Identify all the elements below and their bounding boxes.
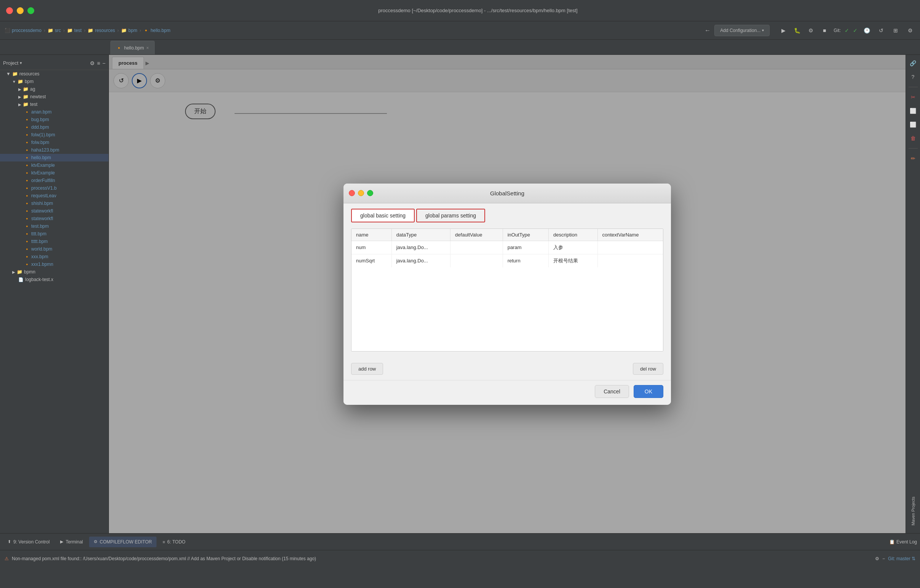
tree-item-ttttt[interactable]: 🔸 ttttt.bpm bbox=[0, 238, 109, 245]
tree-item-state1[interactable]: 🔸 stateworkfl bbox=[0, 207, 109, 215]
navigate-back-icon[interactable]: ← bbox=[705, 27, 711, 34]
bottom-tab-cf-label: COMPILEFLOW EDITOR bbox=[100, 539, 152, 544]
tree-item-request[interactable]: 🔸 requestLeav bbox=[0, 192, 109, 199]
cancel-button[interactable]: Cancel bbox=[595, 385, 629, 398]
tree-arrow-bpmn: ▶ bbox=[12, 270, 15, 274]
bottom-tab-todo[interactable]: ≡ 6: TODO bbox=[158, 536, 190, 547]
git-undo-button[interactable]: ↺ bbox=[876, 25, 886, 36]
minimize-button[interactable] bbox=[17, 7, 24, 14]
tree-item-logback[interactable]: 📄 logback-test.x bbox=[0, 276, 109, 283]
project-sort-icon[interactable]: ≡ bbox=[97, 60, 100, 66]
maven-projects-label[interactable]: Maven Projects bbox=[911, 492, 915, 530]
run-button[interactable]: ▶ bbox=[778, 25, 789, 36]
breadcrumb-item-test[interactable]: 📁 test bbox=[67, 28, 81, 33]
tree-item-bpm[interactable]: ▼ 📁 bpm bbox=[0, 78, 109, 85]
col-datatype: dataType bbox=[392, 229, 450, 241]
close-button[interactable] bbox=[6, 7, 13, 14]
bottom-tab-version-control[interactable]: ⬆ 9: Version Control bbox=[3, 536, 54, 547]
breadcrumb-item-hello[interactable]: 🔸 hello.bpm bbox=[143, 28, 170, 33]
tree-item-test[interactable]: ▶ 📁 test bbox=[0, 100, 109, 108]
event-log-button[interactable]: 📋 Event Log bbox=[889, 539, 917, 544]
bottom-tab-terminal[interactable]: ▶ Terminal bbox=[56, 536, 87, 547]
tab-label: hello.bpm bbox=[124, 45, 144, 51]
file-badge-bug: 🔸 bbox=[24, 117, 30, 122]
tab-close-button[interactable]: × bbox=[146, 45, 149, 51]
tree-item-bpmn[interactable]: ▶ 📁 bpmn bbox=[0, 268, 109, 276]
project-settings-icon[interactable]: ⚙ bbox=[90, 60, 95, 66]
settings-button[interactable]: ⚙ bbox=[905, 25, 915, 36]
tree-item-resources[interactable]: ▼ 📁 resources bbox=[0, 70, 109, 78]
coverage-button[interactable]: ⚙ bbox=[805, 25, 816, 36]
title-bar: proccessdemo [~/Desktop/code/proccessdem… bbox=[0, 0, 920, 21]
right-panel-paste-icon[interactable]: ⬜ bbox=[908, 119, 918, 130]
tree-item-haha[interactable]: 🔸 haha123.bpm bbox=[0, 146, 109, 154]
tree-item-xxx1[interactable]: 🔸 xxx1.bpmn bbox=[0, 261, 109, 268]
tree-item-bug[interactable]: 🔸 bug.bpm bbox=[0, 116, 109, 123]
tree-item-testbpm[interactable]: 🔸 test.bpm bbox=[0, 222, 109, 230]
bottom-tab-terminal-label: Terminal bbox=[65, 539, 83, 544]
tree-item-state2[interactable]: 🔸 stateworkfl bbox=[0, 215, 109, 222]
tree-item-tttt[interactable]: 🔸 tttt.bpm bbox=[0, 230, 109, 238]
git-history-button[interactable]: 🕐 bbox=[862, 25, 872, 36]
bottom-tab-compileflow[interactable]: ⚙ COMPILEFLOW EDITOR bbox=[89, 536, 157, 547]
modal-close-button[interactable] bbox=[349, 190, 355, 196]
project-dropdown-icon[interactable]: ▾ bbox=[20, 60, 22, 65]
right-panel-copy-icon[interactable]: ⬜ bbox=[908, 105, 918, 116]
settings-icon-status[interactable]: ⚙ bbox=[875, 556, 879, 561]
tree-item-folw[interactable]: 🔸 folw.bpm bbox=[0, 139, 109, 146]
table-row-num[interactable]: num java.lang.Do... param 入参 bbox=[351, 241, 663, 254]
modal-title-bar: GlobalSetting bbox=[343, 183, 671, 203]
tree-item-folw1[interactable]: 🔸 folw(1).bpm bbox=[0, 131, 109, 139]
debug-button[interactable]: 🐛 bbox=[792, 25, 802, 36]
minus-icon-status[interactable]: − bbox=[882, 556, 885, 561]
tree-item-world[interactable]: 🔸 world.bpm bbox=[0, 245, 109, 253]
right-panel-help-icon[interactable]: ? bbox=[908, 71, 918, 82]
table-header-row: name dataType defaultValue inOutType des… bbox=[351, 229, 663, 241]
tree-item-hello[interactable]: 🔸 hello.bpm bbox=[0, 154, 109, 162]
global-setting-modal: GlobalSetting global basic setting globa… bbox=[343, 183, 671, 405]
tree-item-ktv1[interactable]: 🔸 ktvExample bbox=[0, 162, 109, 169]
stop-button[interactable]: ■ bbox=[819, 25, 830, 36]
tree-label-tttt: tttt.bpm bbox=[31, 231, 47, 236]
modal-tab-params[interactable]: global params setting bbox=[416, 209, 485, 222]
breadcrumb-item-proccessdemo[interactable]: ⬛ proccessdemo bbox=[5, 28, 42, 33]
tree-item-ktv2[interactable]: 🔸 ktvExample bbox=[0, 169, 109, 177]
tree-label-xxx: xxx.bpm bbox=[31, 254, 49, 259]
tree-item-anan[interactable]: 🔸 anan.bpm bbox=[0, 108, 109, 116]
table-row-numsqrt[interactable]: numSqrt java.lang.Do... return 开根号结果 bbox=[351, 254, 663, 267]
modal-maximize-button[interactable] bbox=[367, 190, 373, 196]
tree-item-ddd[interactable]: 🔸 ddd.bpm bbox=[0, 123, 109, 131]
tree-item-xxx[interactable]: 🔸 xxx.bpm bbox=[0, 253, 109, 261]
git-master-status[interactable]: Git: master ⇅ bbox=[888, 556, 915, 561]
tree-item-order[interactable]: 🔸 orderFulfilln bbox=[0, 177, 109, 184]
project-collapse-icon[interactable]: − bbox=[102, 60, 105, 66]
modal-tab-basic[interactable]: global basic setting bbox=[351, 209, 415, 222]
right-panel-edit-icon[interactable]: ✏ bbox=[908, 153, 918, 164]
breadcrumb-item-bpm[interactable]: 📁 bpm bbox=[121, 28, 137, 33]
tree-item-process[interactable]: 🔸 processV1.b bbox=[0, 184, 109, 192]
file-badge-shishi: 🔸 bbox=[24, 201, 30, 206]
ok-button[interactable]: OK bbox=[633, 385, 663, 398]
tree-item-newtest[interactable]: ▶ 📁 newtest bbox=[0, 93, 109, 100]
right-panel-delete-icon[interactable]: 🗑 bbox=[908, 133, 918, 144]
modal-minimize-button[interactable] bbox=[358, 190, 364, 196]
folder-icon-resources: 📁 bbox=[87, 28, 93, 33]
editor-area: process ▸ ↺ ▶ ⚙ 开始 bbox=[109, 55, 905, 533]
breadcrumb-item-resources[interactable]: 📁 resources bbox=[87, 28, 115, 33]
folder-icon-ag: 📁 bbox=[23, 86, 29, 92]
tree-item-ag[interactable]: ▶ 📁 ag bbox=[0, 85, 109, 93]
right-panel-link-icon[interactable]: 🔗 bbox=[908, 58, 918, 68]
add-configuration-button[interactable]: Add Configuration... ▾ bbox=[714, 25, 769, 36]
maximize-button[interactable] bbox=[28, 7, 34, 14]
git-diff-button[interactable]: ⊞ bbox=[890, 25, 901, 36]
add-row-button[interactable]: add row bbox=[351, 363, 383, 375]
add-row-label: add row bbox=[358, 366, 376, 372]
tree-item-shishi[interactable]: 🔸 shishi.bpm bbox=[0, 199, 109, 207]
tab-hello-bpm[interactable]: 🔸 hello.bpm × bbox=[110, 41, 155, 55]
file-badge-ttttt: 🔸 bbox=[24, 239, 30, 244]
tree-label-hello: hello.bpm bbox=[31, 155, 51, 160]
footer-right: del row bbox=[633, 363, 663, 375]
right-panel-cut-icon[interactable]: ✂ bbox=[908, 92, 918, 102]
breadcrumb-item-src[interactable]: 📁 src bbox=[48, 28, 61, 33]
del-row-button[interactable]: del row bbox=[633, 363, 663, 375]
